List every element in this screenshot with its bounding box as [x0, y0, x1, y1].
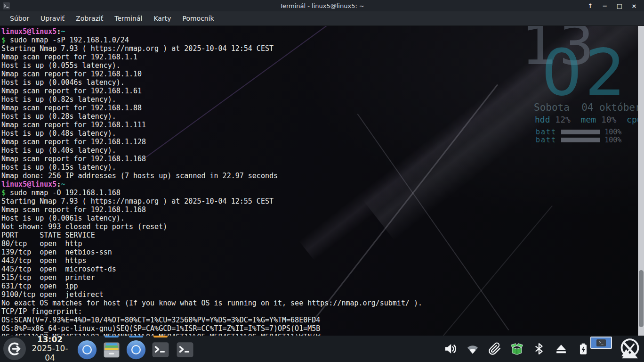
terminal-line: 445/tcp open microsoft-ds — [1, 265, 638, 273]
bluetooth-icon[interactable] — [532, 342, 546, 356]
terminal-line: $ sudo nmap -sP 192.168.1.0/24 — [1, 36, 638, 44]
window-buttons — [75, 336, 197, 362]
taskbar-time: 13:02 — [30, 335, 70, 345]
task-button-chromium[interactable] — [124, 336, 148, 362]
terminal-output[interactable]: linux5@linux5:~$ sudo nmap -sP 192.168.1… — [0, 26, 638, 362]
terminal-line: Not shown: 993 closed tcp ports (reset) — [1, 222, 638, 231]
terminal-icon — [175, 337, 195, 362]
terminal-line: Host is up (0.40s latency). — [1, 146, 638, 155]
taskbar-date: 2025-10-04 — [30, 344, 70, 362]
system-tray — [443, 336, 590, 362]
terminal-line: OS:8%P=x86_64-pc-linux-gnu)SEQ(SP=CA%GCD… — [1, 324, 638, 333]
terminal-scrollbar[interactable] — [638, 26, 644, 336]
menu-item-6[interactable]: Pomocník — [177, 13, 219, 24]
terminal-line: linux5@linux5:~ — [1, 27, 638, 36]
task-button-file-manager[interactable] — [99, 336, 124, 362]
terminal-line: Starting Nmap 7.93 ( https://nmap.org ) … — [1, 44, 638, 53]
prompt-path: ~ — [61, 180, 65, 189]
workspace-pager[interactable]: >_ — [590, 337, 612, 349]
eject-icon[interactable] — [554, 342, 568, 356]
terminal-line: Host is up (0.0046s latency). — [1, 78, 638, 87]
terminal-line: Host is up (0.0061s latency). — [1, 214, 638, 222]
terminal-line: Host is up (0.28s latency). — [1, 112, 638, 121]
menu-item-2[interactable]: Upraviť — [35, 13, 70, 24]
terminal-line: Nmap done: 256 IP addresses (7 hosts up)… — [1, 172, 638, 180]
logout-icon — [7, 341, 23, 357]
terminal-line: Nmap scan report for 192.168.1.128 — [1, 138, 638, 146]
task-button-terminal[interactable] — [148, 336, 173, 362]
paperclip-icon[interactable] — [488, 342, 502, 356]
menu-item-5[interactable]: Karty — [148, 13, 176, 24]
terminal-line: Nmap scan report for 192.168.1.1 — [1, 53, 638, 61]
terminal-line: 80/tcp open http — [1, 239, 638, 248]
close-button[interactable]: × — [629, 1, 639, 10]
package-icon[interactable] — [510, 342, 524, 356]
terminal-line: Nmap scan report for 192.168.1.168 — [1, 155, 638, 163]
prompt-user-host: linux5@linux5 — [1, 27, 56, 36]
taskbar: 13:02 2025-10-04 >_ — [0, 336, 644, 362]
window-title: Terminál - linux5@linux5: ~ — [0, 2, 644, 9]
terminal-line: 443/tcp open https — [1, 256, 638, 265]
terminal-line: No exact OS matches for host (If you kno… — [1, 299, 638, 307]
volume-icon[interactable] — [443, 342, 458, 356]
task-button-chromium[interactable] — [75, 336, 99, 362]
terminal-line: Host is up (0.48s latency). — [1, 129, 638, 138]
terminal-line: Host is up (0.055s latency). — [1, 61, 638, 70]
terminal-line: $ sudo nmap -O 192.168.1.168 — [1, 189, 638, 197]
task-button-terminal[interactable] — [173, 336, 197, 362]
prompt-dollar: $ — [1, 36, 6, 44]
terminal-icon — [151, 337, 170, 362]
maximize-button[interactable]: □ — [614, 1, 625, 10]
terminal-line: linux5@linux5:~ — [1, 180, 638, 189]
menu-item-3[interactable]: Zobraziť — [71, 13, 108, 24]
terminal-line: Nmap scan report for 192.168.1.168 — [1, 206, 638, 214]
menu-bar: SúborUpraviťZobraziťTerminálKartyPomocní… — [0, 11, 644, 26]
terminal-line: Nmap scan report for 192.168.1.111 — [1, 121, 638, 129]
chromium-icon — [76, 337, 98, 362]
file-manager-icon — [101, 337, 122, 362]
terminal-line: 631/tcp open ipp — [1, 282, 638, 290]
menu-item-1[interactable]: Súbor — [5, 13, 34, 24]
terminal-line: 9100/tcp open jetdirect — [1, 290, 638, 299]
terminal-line: TCP/IP fingerprint: — [1, 307, 638, 316]
terminal-line: Host is up (0.82s latency). — [1, 95, 638, 104]
terminal-line: Nmap scan report for 192.168.1.10 — [1, 70, 638, 78]
prompt-path: ~ — [61, 27, 65, 36]
taskbar-clock[interactable]: 13:02 2025-10-04 — [30, 335, 70, 362]
minimize-button[interactable]: − — [600, 1, 610, 10]
window-titlebar[interactable]: Terminál - linux5@linux5: ~ ↑ − □ × — [0, 0, 644, 11]
chromium-icon — [125, 337, 147, 362]
scrollbar-thumb[interactable] — [639, 270, 644, 327]
mx-linux-logo-icon[interactable] — [617, 336, 643, 362]
terminal-line: PORT STATE SERVICE — [1, 231, 638, 239]
logout-button[interactable] — [3, 337, 26, 360]
desktop-screen: 13 02 Sobota 04 október hdd 12% mem 10% … — [0, 0, 644, 362]
terminal-line: Nmap scan report for 192.168.1.61 — [1, 87, 638, 95]
wifi-icon[interactable] — [466, 342, 480, 356]
terminal-line: Starting Nmap 7.93 ( https://nmap.org ) … — [1, 197, 638, 206]
prompt-dollar: $ — [1, 189, 6, 197]
terminal-line: 515/tcp open printer — [1, 273, 638, 282]
menu-item-4[interactable]: Terminál — [109, 13, 147, 24]
terminal-line: Host is up (0.15s latency). — [1, 163, 638, 172]
shade-button[interactable]: ↑ — [585, 1, 596, 10]
pager-terminal-icon: >_ — [596, 339, 606, 346]
battery-icon[interactable] — [576, 342, 590, 356]
terminal-line: Nmap scan report for 192.168.1.88 — [1, 104, 638, 112]
terminal-line: 139/tcp open netbios-ssn — [1, 248, 638, 256]
prompt-user-host: linux5@linux5 — [1, 180, 56, 189]
terminal-line: OS:SCAN(V=7.93%E=4%D=10/4%OT=80%CT=1%CU=… — [1, 316, 638, 324]
